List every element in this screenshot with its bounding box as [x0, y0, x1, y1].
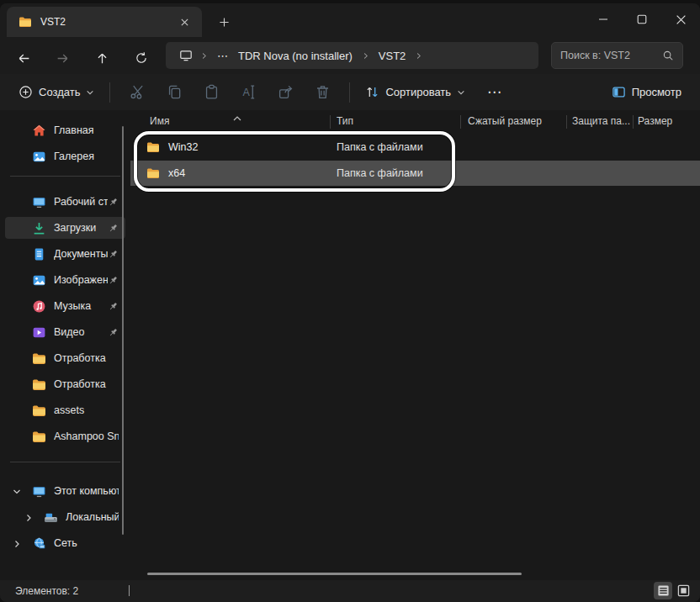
chevron-right-icon[interactable] [358, 52, 374, 60]
sidebar-item-home[interactable]: Главная [5, 119, 125, 141]
column-header-name[interactable]: Имя [150, 115, 169, 127]
pin-icon [108, 275, 119, 286]
sidebar-item-documents[interactable]: Документы [5, 243, 125, 265]
up-button[interactable] [88, 46, 115, 70]
sidebar-item-label: Отработка [54, 378, 119, 390]
folder-icon [32, 378, 46, 392]
chevron-right-icon[interactable] [12, 537, 24, 549]
icons-view-icon [677, 584, 690, 597]
column-header-type[interactable]: Тип [337, 115, 353, 127]
share-button[interactable] [267, 79, 304, 106]
pin-icon [108, 223, 119, 234]
sidebar-item-folder[interactable]: assets [5, 399, 125, 421]
column-divider[interactable] [633, 115, 634, 129]
pin-icon [108, 327, 119, 338]
chevron-right-icon [196, 52, 212, 60]
drive-icon [44, 510, 58, 525]
sidebar-item-videos[interactable]: Видео [5, 321, 125, 343]
chevron-right-icon[interactable] [411, 52, 427, 60]
new-button-label: Создать [39, 86, 80, 98]
copy-button[interactable] [156, 79, 193, 106]
sort-button[interactable]: Сортировать [358, 80, 472, 104]
sidebar-item-label: Рабочий сто [54, 196, 108, 208]
sidebar-item-local-disk[interactable]: Локальный ди [5, 506, 125, 528]
svg-text:A: A [242, 87, 250, 98]
sort-button-label: Сортировать [385, 86, 451, 98]
new-tab-button[interactable] [214, 13, 234, 31]
breadcrumb-overflow-button[interactable]: ⋯ [212, 50, 233, 62]
folder-icon [146, 140, 160, 154]
column-header-compressed-size[interactable]: Сжатый размер [468, 115, 542, 127]
arrow-left-icon [17, 51, 31, 66]
breadcrumb[interactable]: ⋯ TDR Nova (no installer) VST2 [166, 42, 538, 69]
status-divider [129, 585, 130, 596]
horizontal-scrollbar[interactable] [147, 573, 522, 575]
chevron-right-icon[interactable] [24, 511, 35, 523]
sort-arrows-icon [365, 85, 379, 99]
icons-view-button[interactable] [674, 582, 692, 599]
title-bar: VST2 [0, 3, 700, 37]
back-button[interactable] [10, 46, 37, 70]
gallery-icon [32, 150, 46, 164]
minimize-button[interactable] [584, 3, 623, 35]
sidebar-item-label: Галерея [54, 150, 119, 162]
paste-button[interactable] [193, 79, 230, 106]
column-header-size[interactable]: Размер [638, 115, 672, 127]
sidebar-item-label: Локальный ди [66, 511, 119, 523]
folder-icon [32, 351, 46, 366]
refresh-button[interactable] [128, 46, 155, 70]
column-divider[interactable] [566, 115, 567, 129]
sidebar-item-pictures[interactable]: Изображени [5, 269, 125, 291]
sidebar-scrollbar[interactable] [122, 126, 124, 535]
breadcrumb-item[interactable]: VST2 [374, 50, 411, 62]
sidebar-item-label: assets [54, 404, 119, 416]
close-icon [180, 18, 189, 27]
search-input[interactable]: Поиск в: VST2 [551, 42, 683, 69]
sidebar-item-desktop[interactable]: Рабочий сто [5, 191, 125, 213]
plus-circle-icon [19, 85, 33, 99]
tab-close-button[interactable] [175, 13, 194, 31]
pin-icon [108, 301, 119, 312]
column-header-password-protection[interactable]: Защита па... [572, 115, 630, 127]
sidebar-item-music[interactable]: Музыка [5, 295, 125, 317]
monitor-icon [179, 49, 193, 62]
sidebar-item-folder[interactable]: Отработка [5, 373, 125, 395]
content-area: Главная Галерея Рабочий сто Загрузки Док… [0, 110, 700, 580]
address-bar: ⋯ TDR Nova (no installer) VST2 Поиск в: … [0, 37, 700, 74]
maximize-button[interactable] [623, 3, 661, 35]
forward-button[interactable] [49, 46, 76, 70]
cut-button[interactable] [119, 79, 156, 106]
sidebar-item-downloads[interactable]: Загрузки [5, 217, 125, 239]
maximize-icon [637, 14, 647, 24]
folder-icon [19, 15, 32, 29]
folder-icon [146, 166, 160, 180]
paste-icon [204, 84, 220, 100]
preview-pane-icon [612, 85, 626, 99]
details-view-button[interactable] [654, 582, 672, 599]
sidebar-item-network[interactable]: Сеть [5, 532, 125, 554]
chevron-down-icon[interactable] [12, 485, 24, 497]
breadcrumb-item[interactable]: TDR Nova (no installer) [233, 50, 358, 62]
sidebar-item-gallery[interactable]: Галерея [5, 145, 125, 167]
sidebar-item-folder[interactable]: Ashampoo Snap [5, 425, 125, 447]
new-button[interactable]: Создать [12, 80, 101, 104]
music-icon [32, 299, 46, 314]
rename-button[interactable]: A [230, 79, 267, 106]
column-divider[interactable] [460, 115, 461, 129]
sidebar-item-this-pc[interactable]: Этот компьюте [5, 480, 125, 502]
file-name: x64 [168, 167, 185, 179]
tab-title: VST2 [40, 16, 175, 28]
copy-icon [167, 84, 183, 100]
file-row-win32[interactable]: Win32 Папка с файлами [130, 135, 700, 160]
home-icon [32, 124, 46, 138]
more-options-button[interactable]: ⋯ [472, 83, 517, 101]
sidebar-item-folder[interactable]: Отработка [5, 347, 125, 369]
sidebar-item-label: Отработка [54, 352, 119, 364]
rename-icon: A [241, 84, 257, 100]
explorer-tab[interactable]: VST2 [7, 7, 202, 37]
close-window-button[interactable] [661, 3, 700, 35]
column-divider[interactable] [330, 115, 331, 129]
file-row-x64[interactable]: x64 Папка с файлами [130, 161, 700, 186]
view-button[interactable]: Просмотр [605, 80, 688, 104]
delete-button[interactable] [304, 79, 341, 106]
